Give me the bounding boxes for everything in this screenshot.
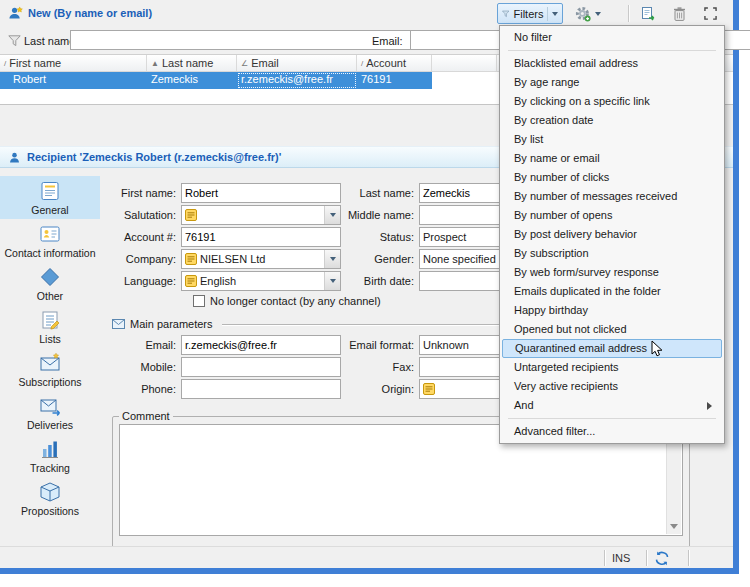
- fullscreen-button[interactable]: [697, 3, 723, 24]
- delete-button[interactable]: [666, 3, 692, 24]
- menu-item-by-number-of-messages-received[interactable]: By number of messages received: [502, 187, 722, 206]
- language-value: English: [200, 275, 321, 287]
- menu-item-by-age-range[interactable]: By age range: [502, 73, 722, 92]
- comment-legend: Comment: [119, 410, 173, 422]
- column-header-account[interactable]: / Account: [357, 55, 432, 71]
- view-title-text: New (By name or email): [28, 7, 152, 19]
- gear-icon: [575, 6, 591, 22]
- chevron-down-icon[interactable]: [324, 250, 340, 268]
- company-value: NIELSEN Ltd: [200, 253, 321, 265]
- note-icon: [185, 275, 197, 287]
- chevron-down-icon[interactable]: [324, 272, 340, 290]
- sidebar-item-label: Propositions: [21, 505, 79, 517]
- sidebar-item-other[interactable]: Other: [0, 262, 100, 305]
- column-header-empty: [432, 55, 497, 71]
- status-label: Status:: [344, 231, 416, 243]
- sidebar-item-tracking[interactable]: Tracking: [0, 434, 100, 477]
- filter-settings-button[interactable]: [567, 3, 609, 24]
- no-longer-contact-checkbox[interactable]: [193, 295, 205, 307]
- language-label: Language:: [112, 275, 178, 287]
- cell-account[interactable]: 76191: [357, 72, 432, 89]
- email-filter-label: Email:: [372, 35, 403, 47]
- sidebar-item-lists[interactable]: Lists: [0, 305, 100, 348]
- menu-item-opened-but-not-clicked[interactable]: Opened but not clicked: [502, 320, 722, 339]
- top-toolbar: New (By name or email) Filters: [0, 0, 733, 27]
- menu-item-quarantined-email-address[interactable]: Quarantined email address: [502, 339, 722, 358]
- menu-item-by-creation-date[interactable]: By creation date: [502, 111, 722, 130]
- menu-item-by-post-delivery-behavior[interactable]: By post delivery behavior: [502, 225, 722, 244]
- menu-item-untargeted-recipients[interactable]: Untargeted recipients: [502, 358, 722, 377]
- last-name-label: Last name:: [344, 187, 416, 199]
- ins-indicator: INS: [612, 552, 630, 564]
- envelope-icon: [112, 319, 125, 329]
- menu-item-happy-birthday[interactable]: Happy birthday: [502, 301, 722, 320]
- salutation-label: Salutation:: [112, 209, 178, 221]
- submenu-arrow-icon: [707, 402, 712, 410]
- toolbar-separator: [628, 5, 630, 22]
- export-button[interactable]: [636, 3, 662, 24]
- column-label: First name: [9, 57, 61, 69]
- phone-field[interactable]: [181, 379, 341, 399]
- sidebar-item-deliveries[interactable]: Deliveries: [0, 391, 100, 434]
- menu-item-by-number-of-clicks[interactable]: By number of clicks: [502, 168, 722, 187]
- birth-date-label: Birth date:: [344, 275, 416, 287]
- menu-item-and[interactable]: And: [502, 396, 722, 415]
- cell-last-name[interactable]: Zemeckis: [147, 72, 237, 89]
- menu-separator: [508, 418, 716, 419]
- menu-item-emails-duplicated-in-the-folder[interactable]: Emails duplicated in the folder: [502, 282, 722, 301]
- sidebar-item-propositions[interactable]: Propositions: [0, 477, 100, 520]
- menu-item-blacklisted-email-address[interactable]: Blacklisted email address: [502, 54, 722, 73]
- first-name-field[interactable]: [181, 183, 341, 203]
- filters-button[interactable]: Filters: [497, 3, 563, 24]
- column-label: Last name: [162, 57, 213, 69]
- sidebar-item-general[interactable]: General: [0, 176, 100, 219]
- menu-item-advanced-filter[interactable]: Advanced filter...: [502, 422, 722, 441]
- expand-icon: [704, 7, 717, 20]
- language-select[interactable]: English: [181, 271, 341, 291]
- cell-email[interactable]: r.zemeckis@free.fr: [237, 72, 357, 89]
- export-icon: [641, 6, 657, 22]
- propositions-box-icon: [39, 481, 61, 503]
- recipient-icon: [8, 151, 21, 164]
- filters-dropdown-menu: No filter Blacklisted email address By a…: [499, 25, 725, 444]
- column-header-first-name[interactable]: / First name: [0, 55, 147, 71]
- menu-separator: [508, 50, 716, 51]
- email-field[interactable]: [181, 335, 341, 355]
- sidebar-item-subscriptions[interactable]: Subscriptions: [0, 348, 100, 391]
- column-label: Account: [366, 57, 406, 69]
- menu-item-by-name-or-email[interactable]: By name or email: [502, 149, 722, 168]
- menu-item-by-clicking-on-a-specific-link[interactable]: By clicking on a specific link: [502, 92, 722, 111]
- chevron-down-icon[interactable]: [324, 206, 340, 224]
- diamond-icon: [39, 266, 61, 288]
- column-header-last-name[interactable]: ▲ Last name: [147, 55, 237, 71]
- menu-item-no-filter[interactable]: No filter: [502, 28, 722, 47]
- sync-icon[interactable]: [654, 551, 670, 566]
- mobile-field[interactable]: [181, 357, 341, 377]
- fax-label: Fax:: [344, 361, 416, 373]
- sort-ascending-icon: ▲: [151, 59, 159, 68]
- salutation-select[interactable]: [181, 205, 341, 225]
- sidebar-item-label: Other: [37, 290, 63, 302]
- cell-first-name[interactable]: Robert: [0, 72, 147, 89]
- email-label: Email:: [112, 339, 178, 351]
- scroll-down-icon[interactable]: [670, 524, 678, 529]
- note-icon: [423, 383, 435, 395]
- general-icon: [39, 180, 61, 202]
- menu-item-by-subscription[interactable]: By subscription: [502, 244, 722, 263]
- middle-name-label: Middle name:: [344, 209, 416, 221]
- menu-item-by-web-form-survey-response[interactable]: By web form/survey response: [502, 263, 722, 282]
- recipient-detail-title: Recipient 'Zemeckis Robert (r.zemeckis@f…: [27, 151, 281, 163]
- email-format-value: Unknown: [423, 339, 505, 351]
- sidebar-item-label: General: [31, 204, 68, 216]
- menu-item-by-list[interactable]: By list: [502, 130, 722, 149]
- sidebar-item-contact-information[interactable]: Contact information: [0, 219, 100, 262]
- no-longer-contact-label: No longer contact (by any channel): [210, 295, 381, 307]
- company-select[interactable]: NIELSEN Ltd: [181, 249, 341, 269]
- gender-label: Gender:: [344, 253, 416, 265]
- menu-item-very-active-recipients[interactable]: Very active recipients: [502, 377, 722, 396]
- menu-item-by-number-of-opens[interactable]: By number of opens: [502, 206, 722, 225]
- detail-sidebar: General Contact information Other List: [0, 168, 100, 546]
- account-number-field[interactable]: [181, 227, 341, 247]
- column-header-email[interactable]: ∠ Email: [237, 55, 357, 71]
- filter-funnel-icon: [502, 8, 509, 20]
